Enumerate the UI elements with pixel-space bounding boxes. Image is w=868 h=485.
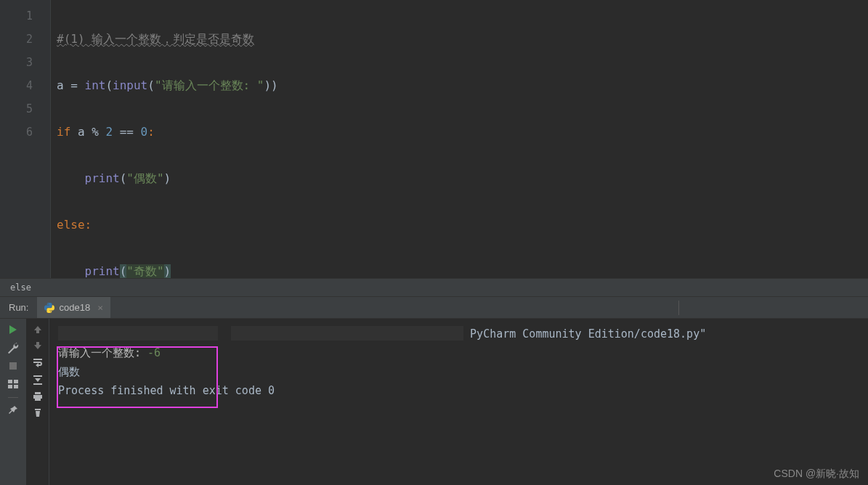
- code-line[interactable]: print("偶数"): [57, 167, 862, 190]
- editor-container: 1 2 3 4 5 6 #(1) 输入一个整数，判定是否是奇数 a = int(…: [0, 0, 868, 278]
- trash-icon[interactable]: [33, 407, 43, 417]
- run-tab-code18[interactable]: code18 ×: [37, 297, 110, 318]
- close-icon[interactable]: ×: [97, 302, 103, 313]
- line-number: 4: [0, 74, 50, 97]
- tab-label: code18: [59, 302, 90, 313]
- code-line[interactable]: else:: [57, 213, 862, 237]
- soft-wrap-icon[interactable]: [32, 356, 44, 368]
- watermark: CSDN @新晓·故知: [774, 468, 859, 481]
- python-icon: [44, 303, 54, 313]
- console-line: 请输入一个整数: -6: [58, 343, 859, 362]
- line-number: 6: [0, 121, 50, 144]
- censored-path: [231, 326, 463, 341]
- run-panel: PyCharm Community Edition/code18.py" 请输入…: [0, 319, 868, 485]
- tab-separator: [678, 301, 679, 315]
- run-panel-label: Run:: [0, 302, 37, 313]
- console-line: 偶数: [58, 362, 859, 381]
- code-line[interactable]: a = int(input("请输入一个整数: ")): [57, 74, 862, 97]
- wrench-icon[interactable]: [7, 342, 19, 354]
- censored-path: [58, 326, 218, 341]
- run-toolbar-inner: [26, 319, 49, 485]
- line-number: 1: [0, 4, 50, 28]
- scroll-to-end-icon[interactable]: [32, 374, 44, 386]
- rerun-icon[interactable]: [8, 325, 18, 335]
- separator: [8, 397, 18, 398]
- code-line[interactable]: #(1) 输入一个整数，判定是否是奇数: [57, 28, 862, 51]
- line-number: 5: [0, 97, 50, 121]
- line-number-gutter: 1 2 3 4 5 6: [0, 0, 51, 278]
- pin-icon[interactable]: [8, 405, 18, 415]
- line-number: 2: [0, 28, 50, 51]
- line-number: 3: [0, 51, 50, 74]
- layout-icon[interactable]: [7, 378, 19, 390]
- print-icon[interactable]: [33, 391, 43, 402]
- down-arrow-icon[interactable]: [33, 341, 43, 351]
- code-editor[interactable]: #(1) 输入一个整数，判定是否是奇数 a = int(input("请输入一个…: [51, 0, 868, 278]
- stop-icon[interactable]: [8, 361, 18, 371]
- svg-rect-0: [9, 362, 17, 370]
- console-line: Process finished with exit code 0: [58, 381, 859, 400]
- run-toolbar-left: [0, 319, 26, 485]
- console-line: PyCharm Community Edition/code18.py": [58, 325, 859, 343]
- up-arrow-icon[interactable]: [33, 325, 43, 335]
- console-output[interactable]: PyCharm Community Edition/code18.py" 请输入…: [49, 319, 868, 485]
- code-line[interactable]: if a % 2 == 0:: [57, 121, 862, 144]
- code-line[interactable]: print("奇数"): [57, 260, 862, 283]
